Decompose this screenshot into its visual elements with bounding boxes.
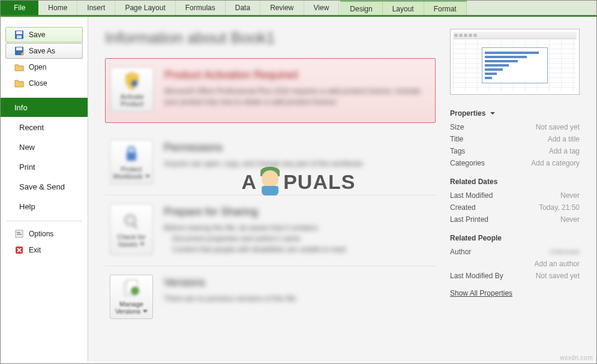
tab-review[interactable]: Review (260, 1, 304, 15)
sidebar-item-label: Save As (29, 47, 55, 55)
versions-icon (122, 279, 141, 298)
sidebar-open[interactable]: Open (5, 59, 83, 75)
permissions-heading: Permissions (164, 140, 430, 156)
sidebar-item-label: Save & Send (19, 182, 65, 191)
button-label: Protect Workbook (112, 166, 151, 180)
sidebar-item-label: Recent (19, 123, 44, 132)
prop-categories[interactable]: CategoriesAdd a category (450, 157, 580, 169)
prop-tags[interactable]: TagsAdd a tag (450, 145, 580, 157)
versions-body: There are no previous versions of this f… (164, 293, 430, 304)
prop-title[interactable]: TitleAdd a title (450, 133, 580, 145)
sidebar-help[interactable]: Help (5, 197, 83, 216)
sidebar-item-label: Close (29, 79, 47, 88)
activate-product-button[interactable]: Activate Product (110, 67, 154, 112)
tab-home[interactable]: Home (38, 1, 77, 15)
permissions-block: Protect Workbook Permissions Anyone can … (105, 131, 436, 195)
lock-icon (122, 144, 141, 163)
sidebar-options[interactable]: Options (5, 226, 83, 242)
prepare-bullet-2: Content that people with disabilities ar… (164, 244, 430, 255)
sidebar-print[interactable]: Print (5, 157, 83, 176)
manage-versions-button[interactable]: Manage Versions (110, 275, 153, 319)
activation-body: Microsoft Office Professional Plus 2010 … (164, 86, 429, 107)
show-all-properties-link[interactable]: Show All Properties (450, 289, 512, 297)
versions-heading: Versions (164, 275, 430, 291)
sidebar-save-as[interactable]: Save As (5, 43, 83, 59)
protect-workbook-button[interactable]: Protect Workbook (110, 140, 153, 184)
contextual-tab-group: Design Layout Format (340, 1, 466, 15)
svg-point-9 (131, 80, 137, 86)
thumbnail-chart (482, 47, 548, 83)
svg-rect-6 (17, 232, 20, 233)
sidebar-item-label: New (19, 143, 35, 152)
prepare-text: Prepare for Sharing Before sharing this … (164, 204, 430, 255)
close-folder-icon (14, 79, 24, 88)
button-label: Activate Product (112, 93, 152, 107)
sidebar-close[interactable]: Close (5, 76, 83, 91)
ribbon: File Home Insert Page Layout Formulas Da… (1, 1, 596, 17)
source-attribution: wsxdn.com (560, 354, 593, 361)
tab-file[interactable]: File (1, 1, 38, 15)
exit-icon (14, 245, 24, 255)
prepare-bullet-1: Document properties and author's name (164, 233, 430, 244)
open-icon (14, 62, 24, 72)
tab-page-layout[interactable]: Page Layout (115, 1, 175, 15)
activation-block: Activate Product Product Activation Requ… (105, 58, 436, 123)
sidebar-info[interactable]: Info (1, 98, 88, 117)
save-as-icon (14, 46, 24, 56)
prop-created: CreatedToday, 21:50 (450, 201, 580, 213)
document-thumbnail[interactable] (450, 29, 580, 95)
check-issues-button[interactable]: Check for Issues (110, 204, 153, 255)
prop-last-modified: Last ModifiedNever (450, 189, 580, 201)
properties-pane: Properties SizeNot saved yet TitleAdd a … (450, 29, 580, 347)
sidebar-item-label: Print (19, 163, 35, 172)
backstage: Save Save As Open Close Info Recent (1, 17, 596, 362)
options-icon (14, 229, 24, 239)
sidebar-save[interactable]: Save (5, 27, 83, 43)
activation-text: Product Activation Required Microsoft Of… (164, 67, 429, 112)
page-title: Information about Book1 (105, 29, 436, 47)
info-column: Information about Book1 Activate Product… (105, 29, 436, 347)
svg-point-15 (131, 287, 139, 295)
sidebar-item-label: Save (29, 31, 45, 39)
tab-layout[interactable]: Layout (383, 2, 424, 15)
svg-rect-7 (17, 234, 22, 235)
svg-rect-1 (16, 31, 22, 34)
prop-last-modified-by: Last Modified ByNot saved yet (450, 270, 580, 282)
related-dates-label: Related Dates (450, 178, 497, 186)
sidebar-item-label: Help (19, 202, 35, 211)
permissions-text: Permissions Anyone can open, copy, and c… (164, 140, 430, 184)
tab-format[interactable]: Format (424, 2, 467, 15)
tab-insert[interactable]: Insert (77, 1, 115, 15)
svg-rect-12 (133, 224, 137, 228)
tab-design[interactable]: Design (340, 2, 382, 15)
inspect-icon (122, 212, 141, 231)
sidebar-exit[interactable]: Exit (5, 242, 83, 258)
sidebar-item-label: Exit (29, 246, 41, 254)
backstage-sidebar: Save Save As Open Close Info Recent (1, 17, 88, 362)
thumbnail-titlebar (453, 32, 577, 39)
svg-rect-10 (127, 152, 136, 161)
sidebar-separator (7, 221, 82, 221)
prop-size: SizeNot saved yet (450, 121, 580, 133)
svg-rect-2 (17, 35, 22, 38)
tab-formulas[interactable]: Formulas (176, 1, 226, 15)
thumbnail-body (453, 39, 577, 92)
button-label: Check for Issues (112, 233, 151, 248)
related-people-label: Related People (450, 234, 502, 242)
tab-view[interactable]: View (304, 1, 340, 15)
prop-last-printed: Last PrintedNever (450, 213, 580, 225)
versions-block: Manage Versions Versions There are no pr… (105, 266, 436, 330)
properties-dropdown[interactable]: Properties (450, 109, 495, 118)
backstage-content: Information about Book1 Activate Product… (88, 17, 596, 362)
svg-rect-4 (16, 47, 22, 50)
tab-data[interactable]: Data (226, 1, 260, 15)
prop-add-author[interactable]: Add an author (450, 258, 580, 270)
activation-heading: Product Activation Required (164, 67, 429, 83)
sidebar-new[interactable]: New (5, 137, 83, 157)
prop-author: AuthorUnknown (450, 246, 580, 258)
shield-key-icon (122, 71, 142, 91)
sidebar-recent[interactable]: Recent (5, 118, 83, 137)
prepare-block: Check for Issues Prepare for Sharing Bef… (105, 195, 436, 266)
button-label: Manage Versions (112, 300, 151, 315)
sidebar-save-send[interactable]: Save & Send (5, 177, 83, 196)
